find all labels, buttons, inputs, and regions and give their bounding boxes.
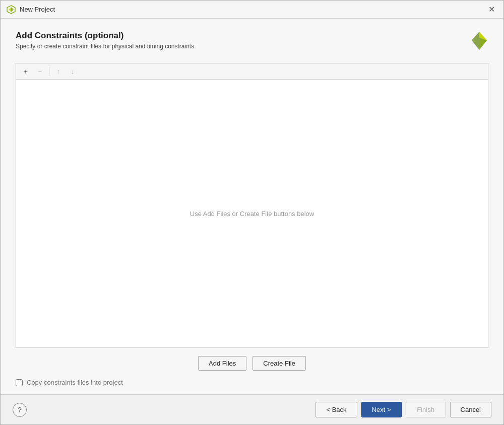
svg-marker-2	[11, 7, 14, 12]
bottom-bar: ? < Back Next > Finish Cancel	[1, 394, 503, 424]
add-files-button[interactable]: Add Files	[198, 356, 246, 371]
empty-hint: Use Add Files or Create File buttons bel…	[190, 210, 314, 218]
content-area: Add Constraints (optional) Specify or cr…	[1, 19, 503, 394]
create-file-button[interactable]: Create File	[253, 356, 306, 371]
app-logo-icon	[7, 5, 16, 14]
brand-icon	[470, 31, 488, 51]
remove-file-toolbar-button[interactable]: −	[33, 65, 46, 78]
move-up-toolbar-button[interactable]: ↑	[52, 65, 65, 78]
page-title: Add Constraints (optional)	[16, 31, 196, 41]
bottom-left: ?	[13, 403, 27, 417]
help-button[interactable]: ?	[13, 403, 27, 417]
page-subtitle: Specify or create constraint files for p…	[16, 43, 196, 50]
copy-constraints-checkbox[interactable]	[16, 379, 23, 386]
move-down-toolbar-button[interactable]: ↓	[66, 65, 79, 78]
add-file-toolbar-button[interactable]: +	[19, 65, 32, 78]
window-title: New Project	[20, 6, 55, 13]
header-text: Add Constraints (optional) Specify or cr…	[16, 31, 196, 50]
file-panel: + − ↑ ↓ Use Add Files or Create File but…	[16, 63, 488, 348]
svg-marker-6	[472, 32, 479, 50]
dialog: New Project ✕ Add Constraints (optional)…	[0, 0, 504, 425]
back-button[interactable]: < Back	[316, 402, 357, 417]
finish-button[interactable]: Finish	[406, 402, 446, 417]
file-toolbar: + − ↑ ↓	[16, 63, 488, 80]
title-bar: New Project ✕	[1, 1, 503, 19]
toolbar-separator	[49, 67, 49, 76]
copy-constraints-label: Copy constraints files into project	[27, 379, 123, 386]
next-button[interactable]: Next >	[361, 402, 402, 417]
title-bar-left: New Project	[7, 5, 55, 14]
header-row: Add Constraints (optional) Specify or cr…	[16, 31, 488, 51]
close-button[interactable]: ✕	[485, 4, 497, 16]
svg-marker-1	[9, 7, 11, 12]
checkbox-row: Copy constraints files into project	[16, 379, 488, 386]
action-buttons: Add Files Create File	[16, 356, 488, 371]
bottom-right: < Back Next > Finish Cancel	[316, 402, 491, 417]
cancel-button[interactable]: Cancel	[450, 402, 491, 417]
file-list: Use Add Files or Create File buttons bel…	[16, 80, 488, 347]
